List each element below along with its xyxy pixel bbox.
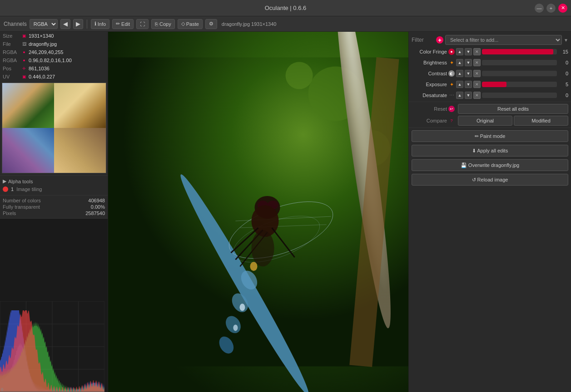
alpha-tools-content: 1 Image tiling [3, 185, 105, 193]
rgba-int-value: 246,209,40,255 [29, 49, 63, 55]
colorfringe-down[interactable]: ▼ [465, 48, 472, 55]
pos-icon: ✛ [21, 65, 27, 72]
alpha-tools-arrow: ▶ [3, 178, 6, 184]
settings-button[interactable]: ⚙ [205, 19, 217, 29]
alpha-tools-label: Alpha tools [8, 179, 33, 184]
gear-icon: ⚙ [209, 21, 214, 27]
size-value: 1931×1340 [29, 33, 54, 39]
paint-mode-button[interactable]: ✏ Paint mode [412, 130, 568, 142]
filter-select[interactable]: Select a filter to add... [445, 35, 562, 45]
uv-row: UV ▣ 0.446,0.227 [0, 73, 108, 81]
compare-label: Compare [412, 118, 447, 123]
info-button[interactable]: ℹ Info [91, 19, 109, 29]
copy-icon: ⎘ [155, 21, 158, 27]
compare-icon: ? [448, 118, 455, 124]
reload-button[interactable]: ↺ Reload image [412, 174, 568, 186]
contrast-down[interactable]: ▼ [465, 70, 472, 77]
prev-button[interactable]: ◀ [60, 19, 70, 29]
fully-transparent-value: 0.00% [91, 204, 105, 210]
fullscreen-button[interactable]: ⛶ [136, 19, 149, 29]
filter-name-colorfringe: Color Fringe [412, 49, 447, 54]
contrast-slider[interactable] [482, 71, 557, 76]
contrast-remove[interactable]: ✕ [473, 70, 481, 77]
image-area[interactable] [108, 32, 408, 392]
next-button[interactable]: ▶ [73, 19, 83, 29]
exposure-icon: ✦ [448, 81, 455, 88]
reset-button[interactable]: Reset all edits [458, 104, 568, 114]
exposure-slider[interactable] [482, 82, 557, 87]
colorfringe-slider[interactable] [482, 49, 557, 54]
dragonfly-svg [108, 32, 408, 392]
exposure-remove[interactable]: ✕ [473, 81, 481, 88]
exposure-fill [482, 82, 506, 87]
alpha-tools-section: ▶ Alpha tools 1 Image tiling [0, 175, 108, 195]
main-layout: Size ▣ 1931×1340 File 🖼 dragonfly.jpg RG… [0, 32, 571, 392]
uv-label: UV [3, 74, 21, 79]
exposure-down[interactable]: ▼ [465, 81, 472, 88]
filter-name-desaturate: Desaturate [412, 93, 447, 98]
close-button[interactable]: ✕ [558, 4, 567, 13]
brightness-down[interactable]: ▼ [465, 59, 472, 66]
channels-select[interactable]: RGBA R G B A [30, 19, 58, 29]
svg-point-23 [233, 324, 238, 331]
filter-add-button[interactable]: + [436, 36, 443, 44]
desaturate-down[interactable]: ▼ [465, 92, 472, 99]
maximize-button[interactable]: + [546, 4, 556, 13]
contrast-up[interactable]: ▲ [456, 70, 463, 77]
toolbar: Channels RGBA R G B A ◀ ▶ ℹ Info ✏ Edit … [0, 16, 571, 32]
file-label: File [3, 41, 21, 47]
desaturate-up[interactable]: ▲ [456, 92, 463, 99]
left-panel: Size ▣ 1931×1340 File 🖼 dragonfly.jpg RG… [0, 32, 108, 392]
uv-icon: ▣ [21, 74, 27, 80]
svg-point-24 [250, 262, 257, 271]
brightness-value: 0 [558, 60, 568, 65]
colorfringe-fill [482, 49, 553, 54]
rgba-float-label: RGBA [3, 58, 21, 63]
desaturate-slider[interactable] [482, 93, 557, 98]
pos-row: Pos ✛ 861,1036 [0, 64, 108, 73]
separator-1 [87, 20, 87, 29]
overwrite-button[interactable]: 💾 Overwrite dragonfly.jpg [412, 159, 568, 171]
modified-button[interactable]: Modified [514, 116, 568, 126]
fully-transparent-row: Fully transparent 0.00% [3, 204, 105, 210]
rgba-int-label: RGBA [3, 49, 21, 55]
channels-label: Channels [4, 21, 27, 27]
original-button[interactable]: Original [458, 116, 512, 126]
tiling-label: Image tiling [16, 186, 42, 192]
histogram [0, 218, 108, 392]
exposure-up[interactable]: ▲ [456, 81, 463, 88]
brightness-slider[interactable] [482, 60, 557, 65]
svg-point-3 [286, 62, 313, 89]
reset-row: Reset ↩ Reset all edits [409, 103, 571, 115]
filter-row-brightness: Brightness ✦ ▲ ▼ ✕ 0 [409, 57, 571, 68]
contrast-icon: ◐ [448, 70, 455, 77]
num-colors-value: 406948 [88, 198, 105, 203]
titlebar: Oculante | 0.6.6 — + ✕ [0, 0, 571, 16]
filter-row-desaturate: Desaturate ⋯ ▲ ▼ ✕ 0 [409, 90, 571, 101]
divider-1 [409, 102, 571, 102]
alpha-dot [3, 186, 8, 192]
brightness-remove[interactable]: ✕ [473, 59, 481, 66]
paste-button[interactable]: ◇ Paste [178, 19, 203, 29]
app-title: Oculante | 0.6.6 [265, 5, 307, 11]
copy-button[interactable]: ⎘ Copy [151, 19, 175, 29]
desaturate-remove[interactable]: ✕ [473, 92, 481, 99]
window-controls: — + ✕ [535, 4, 567, 13]
pos-label: Pos [3, 66, 21, 71]
colorfringe-value: 15 [558, 49, 568, 54]
apply-all-button[interactable]: ⬇ Apply all edits [412, 145, 568, 157]
alpha-tools-header[interactable]: ▶ Alpha tools [3, 177, 105, 185]
brightness-up[interactable]: ▲ [456, 59, 463, 66]
right-panel: Filter + Select a filter to add... ▼ Col… [408, 32, 571, 392]
colorfringe-up[interactable]: ▲ [456, 48, 463, 55]
colorfringe-remove[interactable]: ✕ [473, 48, 481, 55]
rgba-float-row: RGBA ● 0.96,0.82,0.16,1.00 [0, 56, 108, 64]
compare-row: Compare ? Original Modified [409, 115, 571, 127]
pixel-preview [2, 83, 106, 173]
minimize-button[interactable]: — [535, 4, 544, 13]
pixels-row: Pixels 2587540 [3, 210, 105, 216]
info-icon: ℹ [94, 21, 96, 27]
edit-button[interactable]: ✏ Edit [112, 19, 134, 29]
exposure-value: 5 [558, 82, 568, 87]
rgba-float-icon: ● [21, 57, 27, 64]
